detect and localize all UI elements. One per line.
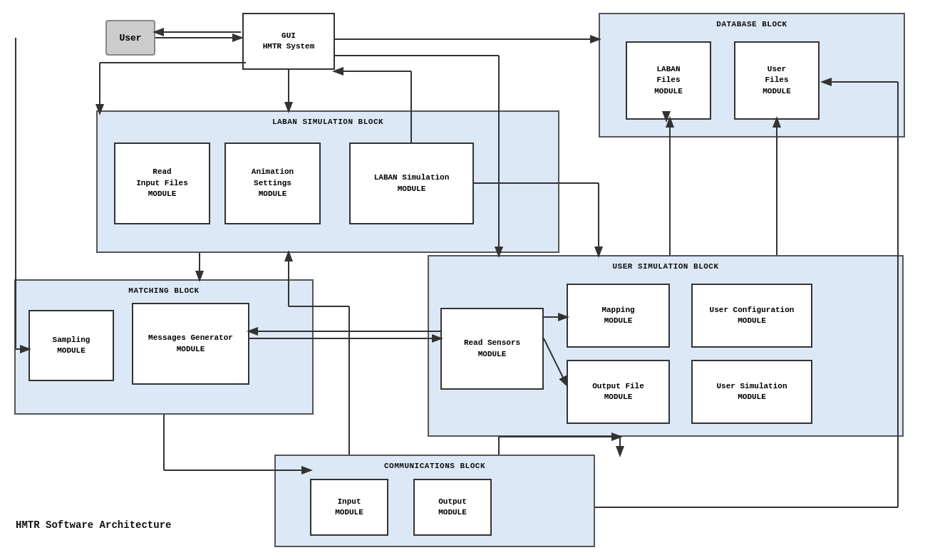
read-sensors-module: Read Sensors MODULE [440, 308, 544, 390]
laban-simulation-module: LABAN Simulation MODULE [349, 142, 474, 224]
laban-files-module: LABAN Files MODULE [626, 41, 711, 120]
user-files-module: User Files MODULE [734, 41, 820, 120]
read-input-files-module: Read Input Files MODULE [114, 142, 210, 224]
user-sim-block-label: USER SIMULATION BLOCK [429, 262, 902, 271]
gui-hmtr-module: GUI HMTR System [242, 13, 335, 70]
messages-generator-module: Messages Generator MODULE [132, 303, 249, 385]
architecture-diagram: DATABASE BLOCK LABAN Files MODULE User F… [0, 0, 925, 560]
output-file-module: Output File MODULE [567, 360, 670, 424]
laban-sim-block-label: LABAN SIMULATION BLOCK [98, 118, 558, 126]
animation-settings-module: Animation Settings MODULE [224, 142, 321, 224]
input-module: Input MODULE [310, 479, 388, 536]
mapping-module: Mapping MODULE [567, 284, 670, 348]
diagram-caption: HMTR Software Architecture [16, 519, 171, 533]
sampling-module: Sampling MODULE [29, 310, 114, 381]
user-simulation-module: User Simulation MODULE [691, 360, 812, 424]
database-block-label: DATABASE BLOCK [600, 20, 904, 28]
user-configuration-module: User Configuration MODULE [691, 284, 812, 348]
user-box: User [105, 20, 155, 56]
output-module: Output MODULE [413, 479, 492, 536]
communications-block-label: COMMUNICATIONS BLOCK [276, 462, 594, 470]
matching-block-label: MATCHING BLOCK [16, 286, 312, 295]
